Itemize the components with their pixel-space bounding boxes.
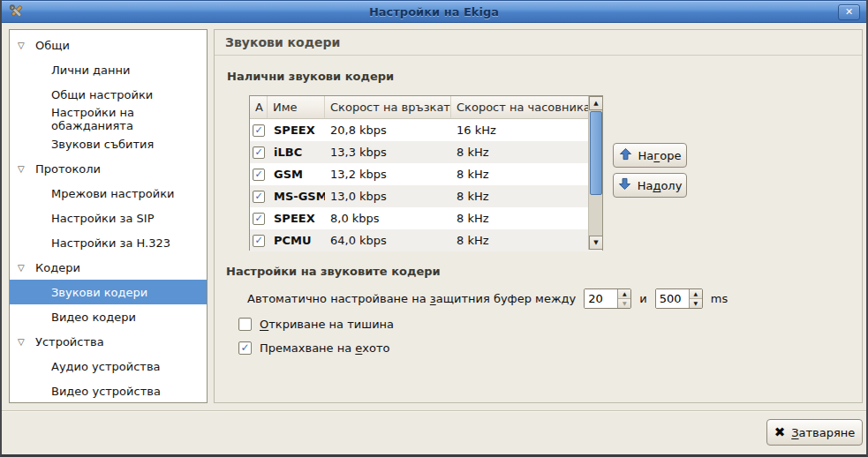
codec-enabled-checkbox[interactable]: ✓ [253, 146, 265, 159]
expander-icon[interactable]: ▽ [18, 337, 35, 347]
codec-clock: 8 kHz [451, 190, 588, 203]
titlebar[interactable]: Настройки на Ekiga ✕ [2, 0, 866, 23]
jitter-min-input[interactable] [585, 289, 617, 308]
codec-enabled-checkbox[interactable]: ✓ [253, 124, 265, 137]
sidebar-item[interactable]: Видео кодери [10, 304, 207, 329]
sidebar-item[interactable]: Мрежови настройки [10, 181, 207, 206]
codec-bandwidth: 13,3 kbps [325, 146, 451, 159]
move-up-label: Нагоре [638, 149, 682, 162]
jitter-max-spinner: ▲ ▼ [655, 288, 703, 309]
move-down-label: Надолу [638, 179, 683, 192]
sidebar-item-label: Настройки за SIP [51, 212, 155, 225]
expander-icon[interactable]: ▽ [18, 263, 35, 273]
window-title: Настройки на Ekiga [2, 5, 866, 19]
close-button[interactable]: ✖ Затваряне [766, 419, 863, 446]
settings-checkbox-label: Откриване на тишина [260, 318, 394, 331]
sidebar-item[interactable]: Лични данни [10, 57, 207, 82]
codec-name: GSM [268, 168, 325, 181]
sidebar-item[interactable]: ▽Протоколи [10, 156, 207, 181]
up-arrow-icon [619, 147, 632, 163]
scroll-down-icon[interactable]: ▼ [589, 236, 603, 250]
codec-clock: 8 kHz [451, 212, 588, 225]
sidebar-item-label: Лични данни [51, 64, 130, 77]
column-header[interactable]: Скорост на часовника [451, 96, 588, 119]
codec-row[interactable]: ✓ PCMU 64,0 kbps 8 kHz [250, 229, 602, 251]
spin-up-icon[interactable]: ▲ [690, 289, 702, 299]
sidebar-item[interactable]: Настройки на обажданията [10, 107, 207, 131]
spin-up-icon[interactable]: ▲ [618, 289, 630, 299]
codec-clock: 8 kHz [451, 146, 588, 159]
codec-enabled-checkbox[interactable]: ✓ [253, 213, 265, 225]
settings-checkbox[interactable] [238, 318, 252, 331]
settings-section-title: Настройки на звуковите кодери [226, 265, 441, 278]
sidebar-item[interactable]: Видео устройства [10, 378, 207, 403]
main-panel: Звукови кодери Налични звукови кодери AИ… [214, 29, 863, 403]
move-down-button[interactable]: Надолу [613, 173, 687, 198]
sidebar-item[interactable]: Звукови събития [10, 131, 207, 156]
sidebar-item-label: Общи [35, 39, 70, 52]
codec-table-header: AИмеСкорост на връзкатаСкорост на часовн… [250, 96, 602, 119]
expander-icon[interactable]: ▽ [18, 41, 35, 50]
codec-enabled-checkbox[interactable]: ✓ [253, 191, 265, 203]
sidebar-item[interactable]: Настройки за SIP [10, 206, 207, 230]
codec-bandwidth: 64,0 kbps [325, 234, 451, 247]
codec-bandwidth: 13,0 kbps [325, 190, 451, 203]
codec-clock: 8 kHz [451, 234, 588, 247]
down-arrow-icon [618, 177, 631, 193]
settings-checkbox[interactable]: ✓ [238, 341, 252, 355]
codec-bandwidth: 20,8 kbps [325, 124, 451, 137]
jitter-buffer-label: Автоматично настройване на защитния буфе… [247, 292, 576, 305]
codec-row[interactable]: ✓ GSM 13,2 kbps 8 kHz [250, 163, 602, 185]
sidebar-item[interactable]: Звукови кодери [10, 280, 207, 304]
page-title: Звукови кодери [215, 30, 862, 56]
jitter-buffer-row: Автоматично настройване на защитния буфе… [247, 288, 728, 309]
sidebar-item-label: Видео устройства [51, 385, 161, 398]
sidebar-item[interactable]: ▽Общи [10, 33, 207, 57]
settings-checkbox-label: Премахване на ехото [260, 341, 390, 355]
column-header[interactable]: Скорост на връзката [325, 96, 451, 119]
codec-enabled-checkbox[interactable]: ✓ [253, 169, 265, 181]
spin-down-icon[interactable]: ▼ [690, 299, 702, 308]
table-scrollbar[interactable]: ▲ ▼ [588, 96, 602, 250]
sidebar-item-label: Мрежови настройки [51, 187, 175, 200]
jitter-min-spinner: ▲ ▼ [584, 288, 631, 309]
sidebar-item-label: Общи настройки [51, 88, 153, 101]
sidebar-item-label: Протоколи [35, 162, 101, 176]
codec-row[interactable]: ✓ iLBC 13,3 kbps 8 kHz [250, 141, 602, 163]
codec-name: MS-GSM [268, 190, 325, 203]
column-header[interactable]: A [250, 96, 268, 119]
codec-table-body: ✓ SPEEX 20,8 kbps 16 kHz ✓ iLBC 13,3 kbp… [250, 119, 602, 251]
codec-bandwidth: 13,2 kbps [325, 168, 451, 181]
sidebar-item[interactable]: Настройки за H.323 [10, 230, 207, 255]
codec-row[interactable]: ✓ SPEEX 8,0 kbps 8 kHz [250, 207, 602, 229]
sidebar-item-label: Звукови събития [51, 138, 154, 151]
codec-row[interactable]: ✓ SPEEX 20,8 kbps 16 kHz [250, 119, 602, 141]
scroll-up-icon[interactable]: ▲ [589, 96, 603, 110]
sidebar-item[interactable]: ▽Кодери [10, 255, 207, 280]
codec-bandwidth: 8,0 kbps [325, 212, 451, 225]
preferences-window: Настройки на Ekiga ✕ ▽ОбщиЛични данниОбщ… [0, 0, 868, 457]
sidebar-item[interactable]: ▽Устройства [10, 329, 207, 354]
scrollbar-thumb[interactable] [590, 111, 602, 195]
codec-clock: 8 kHz [451, 168, 588, 181]
codec-enabled-checkbox[interactable]: ✓ [253, 235, 265, 247]
sidebar-tree: ▽ОбщиЛични данниОбщи настройкиНастройки … [9, 29, 208, 403]
sidebar-item[interactable]: Аудио устройства [10, 354, 207, 378]
expander-icon[interactable]: ▽ [18, 164, 35, 174]
jitter-max-input[interactable] [656, 289, 689, 308]
sidebar-item-label: Кодери [35, 261, 80, 274]
codec-name: iLBC [268, 146, 325, 159]
move-up-button[interactable]: Нагоре [613, 143, 687, 168]
sidebar-item-label: Настройки за H.323 [51, 236, 170, 250]
codec-table: AИмеСкорост на връзкатаСкорост на часовн… [249, 95, 603, 251]
codec-row[interactable]: ✓ MS-GSM 13,0 kbps 8 kHz [250, 185, 602, 207]
settings-check-row: Откриване на тишина [238, 317, 394, 331]
tools-icon [8, 4, 25, 20]
footer-separator [2, 410, 866, 412]
sidebar-item-label: Аудио устройства [51, 360, 161, 373]
close-button-label: Затваряне [791, 426, 855, 439]
sidebar-item[interactable]: Общи настройки [10, 82, 207, 107]
column-header[interactable]: Име [268, 96, 325, 119]
window-close-button[interactable]: ✕ [838, 4, 860, 20]
spin-down-icon[interactable]: ▼ [618, 299, 630, 308]
